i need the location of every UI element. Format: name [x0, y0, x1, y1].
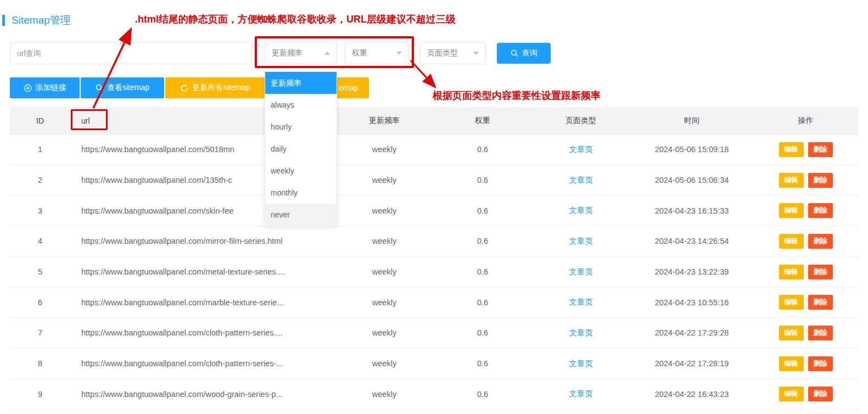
page-title: Sitemap管理	[12, 13, 71, 27]
dropdown-item-always[interactable]: always	[265, 94, 337, 116]
cell-operations: 编辑 删除	[753, 234, 858, 249]
dropdown-item-monthly[interactable]: monthly	[265, 182, 337, 204]
table-row: 4 https://www.bangtuowallpanel.com/mirro…	[10, 226, 858, 257]
header-time: 时间	[630, 116, 753, 126]
delete-button[interactable]: 删除	[808, 203, 833, 218]
delete-button[interactable]: 删除	[808, 265, 833, 279]
dropdown-item-hourly[interactable]: hourly	[265, 116, 337, 138]
cell-page-type: 文章页	[531, 175, 630, 186]
delete-button[interactable]: 删除	[808, 356, 833, 371]
page-type-link[interactable]: 文章页	[569, 267, 593, 276]
update-all-sitemap-button[interactable]: 更新所有sitemap	[165, 77, 265, 98]
arrow-to-note2	[411, 60, 435, 87]
cell-frequency: weekly	[335, 145, 434, 154]
dropdown-item-daily[interactable]: daily	[265, 138, 337, 160]
cell-id: 9	[10, 390, 70, 399]
page-type-link[interactable]: 文章页	[569, 359, 593, 368]
page-type-link[interactable]: 文章页	[569, 328, 593, 337]
delete-button[interactable]: 删除	[808, 234, 833, 249]
view-sitemap-button[interactable]: 查看sitemap	[81, 77, 164, 98]
dropdown-item-weekly[interactable]: weekly	[265, 160, 337, 182]
cell-weight: 0.6	[434, 176, 531, 184]
cell-page-type: 文章页	[531, 267, 630, 277]
cell-weight: 0.6	[434, 390, 531, 399]
weight-select[interactable]: 权重	[345, 42, 409, 64]
cell-operations: 编辑 删除	[753, 142, 858, 157]
annotation-note-right: 根据页面类型内容重要性设置跟新频率	[433, 89, 601, 102]
chevron-down-icon	[473, 52, 479, 55]
page-type-select[interactable]: 页面类型	[420, 42, 486, 64]
search-icon	[96, 84, 103, 92]
query-button[interactable]: 查询	[497, 43, 551, 64]
cell-time: 2024-04-23 13:22:39	[630, 267, 753, 276]
cell-operations: 编辑 删除	[753, 173, 858, 188]
cell-time: 2024-04-22 16:43:23	[630, 390, 753, 399]
cell-frequency: weekly	[335, 359, 434, 368]
table-row: 3 https://www.bangtuowallpanel.com/skin-…	[10, 195, 858, 226]
page-type-link[interactable]: 文章页	[569, 389, 593, 398]
delete-button[interactable]: 删除	[808, 173, 833, 188]
dropdown-item-never[interactable]: never	[265, 204, 337, 226]
page-header: Sitemap管理	[2, 13, 71, 27]
delete-button[interactable]: 删除	[808, 326, 833, 340]
cell-id: 4	[10, 237, 70, 245]
page-type-link[interactable]: 文章页	[569, 176, 593, 184]
edit-button[interactable]: 编辑	[779, 326, 804, 340]
frequency-select[interactable]: 更新频率	[265, 42, 337, 64]
table-row: 9 https://www.bangtuowallpanel.com/wood-…	[10, 379, 858, 410]
cell-url: https://www.bangtuowallpanel.com/wood-gr…	[70, 390, 335, 399]
frequency-select-value: 更新频率	[272, 48, 303, 58]
edit-button[interactable]: 编辑	[779, 265, 804, 279]
header-weight: 权重	[434, 116, 531, 126]
cell-page-type: 文章页	[531, 236, 630, 247]
cell-page-type: 文章页	[531, 389, 630, 399]
cell-url: https://www.bangtuowallpanel.com/cloth-p…	[70, 359, 335, 368]
page-type-link[interactable]: 文章页	[569, 145, 593, 154]
table-row: 7 https://www.bangtuowallpanel.com/cloth…	[10, 318, 858, 349]
cell-frequency: weekly	[335, 176, 434, 184]
sitemap-table: ID url 更新频率 权重 页面类型 时间 操作 1 https://www.…	[10, 107, 858, 410]
table-row: 8 https://www.bangtuowallpanel.com/cloth…	[10, 349, 858, 379]
delete-button[interactable]: 删除	[808, 142, 833, 157]
cell-time: 2024-05-06 15:06:34	[630, 176, 753, 184]
edit-button[interactable]: 编辑	[779, 387, 804, 401]
annotation-note-top: .html结尾的静态页面，方便蜘蛛爬取谷歌收录，URL层级建议不超过三级	[135, 13, 456, 26]
table-body: 1 https://www.bangtuowallpanel.com/5018m…	[10, 135, 858, 410]
page-type-link[interactable]: 文章页	[569, 298, 593, 306]
cell-id: 7	[10, 328, 70, 337]
header-id: ID	[10, 116, 70, 125]
cell-operations: 编辑 删除	[753, 356, 858, 371]
cell-id: 5	[10, 267, 70, 276]
page-type-link[interactable]: 文章页	[569, 206, 593, 215]
page-type-link[interactable]: 文章页	[569, 237, 593, 245]
frequency-dropdown: 更新频率 always hourly daily weekly monthly …	[265, 71, 337, 226]
table-row: 1 https://www.bangtuowallpanel.com/5018m…	[10, 135, 858, 165]
delete-button[interactable]: 删除	[808, 387, 833, 401]
weight-select-value: 权重	[352, 48, 367, 58]
edit-button[interactable]: 编辑	[779, 356, 804, 371]
dropdown-item-placeholder[interactable]: 更新频率	[265, 72, 337, 94]
cell-weight: 0.6	[434, 267, 531, 276]
cell-weight: 0.6	[434, 145, 531, 154]
table-header-row: ID url 更新频率 权重 页面类型 时间 操作	[10, 107, 858, 135]
url-search-input[interactable]	[10, 42, 251, 64]
edit-button[interactable]: 编辑	[779, 173, 804, 188]
cell-frequency: weekly	[335, 328, 434, 337]
update-all-sitemap-label: 更新所有sitemap	[192, 83, 250, 93]
plus-circle-icon	[24, 84, 32, 92]
cell-id: 8	[10, 359, 70, 368]
cell-operations: 编辑 删除	[753, 295, 858, 310]
edit-button[interactable]: 编辑	[779, 203, 804, 218]
delete-button[interactable]: 删除	[808, 295, 833, 310]
sitemap-admin-screen: Sitemap管理 .html结尾的静态页面，方便蜘蛛爬取谷歌收录，URL层级建…	[0, 0, 868, 414]
page-type-select-value: 页面类型	[427, 48, 458, 58]
cell-operations: 编辑 删除	[753, 387, 858, 401]
edit-button[interactable]: 编辑	[779, 295, 804, 310]
edit-button[interactable]: 编辑	[779, 234, 804, 249]
edit-button[interactable]: 编辑	[779, 142, 804, 157]
add-link-label: 添加链接	[36, 83, 66, 93]
add-link-button[interactable]: 添加链接	[10, 77, 80, 98]
header-operations: 操作	[753, 116, 858, 126]
cell-operations: 编辑 删除	[753, 326, 858, 340]
chevron-up-icon	[324, 52, 330, 55]
